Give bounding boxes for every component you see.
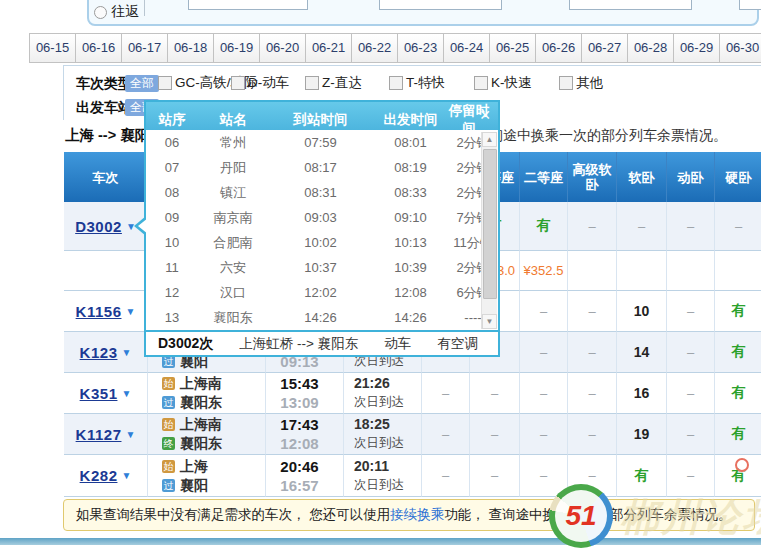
station-line-1: 始上海南 bbox=[162, 374, 222, 393]
depart-time: 20:46 bbox=[280, 457, 318, 476]
seat-value: – bbox=[588, 219, 595, 234]
train-link-K123[interactable]: K123 bbox=[80, 344, 118, 361]
seat-cell-6: – bbox=[667, 332, 715, 373]
scroll-down-icon[interactable]: ▼ bbox=[482, 314, 497, 329]
stop-name: 汉口 bbox=[198, 284, 268, 302]
seat-cell-6: – bbox=[667, 291, 715, 332]
stop-arrive: 09:03 bbox=[268, 210, 373, 225]
train-type-checkbox-3[interactable] bbox=[305, 76, 319, 90]
seat-cell-6: – bbox=[667, 414, 715, 455]
date-tab-06-17[interactable]: 06-17 bbox=[121, 33, 168, 63]
train-link-K1156[interactable]: K1156 bbox=[76, 303, 122, 320]
close-icon[interactable]: ✕ bbox=[479, 107, 491, 123]
duration-cell: 18:25次日到达 bbox=[344, 414, 422, 455]
depart-date-input[interactable] bbox=[569, 0, 692, 10]
stop-arrive: 10:37 bbox=[268, 260, 373, 275]
date-tab-06-28[interactable]: 06-28 bbox=[627, 33, 674, 63]
train-type-checkbox-5[interactable] bbox=[474, 76, 488, 90]
stop-name: 襄阳东 bbox=[198, 309, 268, 327]
train-link-D3002[interactable]: D3002 bbox=[75, 218, 122, 235]
date-tab-06-26[interactable]: 06-26 bbox=[535, 33, 582, 63]
train-query-page: 往返 06-1506-1606-1706-1806-1906-2006-2106… bbox=[0, 0, 761, 548]
seat-cell-4 bbox=[568, 251, 617, 291]
seat-value: – bbox=[588, 468, 595, 483]
train-type-checkbox-4[interactable] bbox=[389, 76, 403, 90]
train-link-K1127[interactable]: K1127 bbox=[76, 426, 122, 443]
chevron-down-icon[interactable]: ▼ bbox=[121, 347, 131, 358]
stop-row: 11六安10:3710:392分钟 bbox=[146, 255, 498, 280]
train-type-checkbox-1[interactable] bbox=[158, 76, 172, 90]
roundtrip-radio[interactable] bbox=[94, 6, 107, 19]
date-tab-06-15[interactable]: 06-15 bbox=[29, 33, 76, 63]
stop-depart: 08:01 bbox=[373, 135, 448, 150]
seat-cell-4: – bbox=[568, 202, 617, 251]
header-col-9: 软卧 bbox=[617, 152, 667, 202]
station-cell: 始上海南终襄阳东 bbox=[148, 414, 266, 455]
chevron-down-icon[interactable]: ▼ bbox=[125, 429, 135, 440]
seat-cell-4: – bbox=[568, 414, 617, 455]
train-type-label-6: 其他 bbox=[576, 74, 603, 92]
seat-value: – bbox=[687, 386, 694, 401]
station-badge-始: 始 bbox=[162, 377, 175, 390]
train-type-all-button[interactable]: 全部 bbox=[125, 75, 159, 92]
seat-value: – bbox=[687, 304, 694, 319]
seat-value: 10 bbox=[634, 303, 650, 319]
date-tab-06-18[interactable]: 06-18 bbox=[167, 33, 214, 63]
seat-value: – bbox=[687, 219, 694, 234]
stop-seq: 11 bbox=[146, 260, 198, 275]
chevron-down-icon[interactable]: ▼ bbox=[121, 388, 131, 399]
nextday-note: 次日到达 bbox=[354, 434, 404, 453]
seat-cell-6: – bbox=[667, 202, 715, 251]
stop-depart: 14:26 bbox=[373, 310, 448, 325]
duration-value: 21:26 bbox=[354, 374, 390, 393]
date-tab-06-24[interactable]: 06-24 bbox=[443, 33, 490, 63]
to-station-input[interactable] bbox=[379, 0, 502, 10]
note-text-before: 如果查询结果中没有满足需求的车次， 您还可以使用 bbox=[76, 506, 390, 524]
nextday-note: 次日到达 bbox=[354, 476, 404, 495]
stop-name: 丹阳 bbox=[198, 159, 268, 177]
header-col-11: 硬卧 bbox=[715, 152, 761, 202]
popup-footer: D3002次 上海虹桥 --> 襄阳东 动车 有空调 bbox=[146, 330, 498, 355]
form-divider bbox=[144, 0, 145, 16]
train-type-label-4: T-特快 bbox=[406, 74, 445, 92]
chevron-down-icon[interactable]: ▼ bbox=[121, 470, 131, 481]
scrollbar-thumb[interactable] bbox=[483, 149, 497, 299]
seat-cell-2: – bbox=[470, 414, 520, 455]
stop-arrive: 14:26 bbox=[268, 310, 373, 325]
seat-cell-2: – bbox=[470, 455, 520, 497]
seat-cell-5: 14 bbox=[617, 332, 667, 373]
date-tab-06-19[interactable]: 06-19 bbox=[213, 33, 260, 63]
seat-value: – bbox=[588, 304, 595, 319]
station-badge-终: 终 bbox=[162, 437, 175, 450]
train-type-checkbox-2[interactable] bbox=[231, 76, 245, 90]
date-tab-06-21[interactable]: 06-21 bbox=[305, 33, 352, 63]
date-tab-06-25[interactable]: 06-25 bbox=[489, 33, 536, 63]
chevron-down-icon[interactable]: ▼ bbox=[125, 306, 135, 317]
seat-cell-3: – bbox=[520, 373, 568, 414]
return-date-input[interactable] bbox=[739, 0, 761, 10]
date-tab-06-22[interactable]: 06-22 bbox=[351, 33, 398, 63]
popup-col-4: 出发时间 bbox=[373, 111, 448, 129]
stop-seq: 09 bbox=[146, 210, 198, 225]
train-link-K351[interactable]: K351 bbox=[80, 385, 118, 402]
train-type-checkbox-6[interactable] bbox=[559, 76, 573, 90]
seat-value: – bbox=[588, 427, 595, 442]
transfer-link[interactable]: 接续换乘 bbox=[390, 506, 444, 524]
date-tab-06-29[interactable]: 06-29 bbox=[673, 33, 720, 63]
date-tab-06-30[interactable]: 06-30 bbox=[719, 33, 761, 63]
date-tab-06-20[interactable]: 06-20 bbox=[259, 33, 306, 63]
date-tab-06-23[interactable]: 06-23 bbox=[397, 33, 444, 63]
seat-cell-4: – bbox=[568, 373, 617, 414]
train-no-cell bbox=[64, 251, 148, 291]
station-line-2: 过襄阳 bbox=[162, 476, 208, 495]
train-no-cell: K1127▼ bbox=[64, 414, 148, 455]
popup-scrollbar[interactable]: ▲ ▼ bbox=[481, 132, 497, 329]
stop-arrive: 07:59 bbox=[268, 135, 373, 150]
date-tab-06-16[interactable]: 06-16 bbox=[75, 33, 122, 63]
date-tab-06-27[interactable]: 06-27 bbox=[581, 33, 628, 63]
duration-value: 18:25 bbox=[354, 415, 390, 434]
train-no-cell: K1156▼ bbox=[64, 291, 148, 332]
from-station-input[interactable] bbox=[188, 0, 308, 10]
scroll-up-icon[interactable]: ▲ bbox=[482, 132, 497, 147]
train-link-K282[interactable]: K282 bbox=[80, 467, 118, 484]
